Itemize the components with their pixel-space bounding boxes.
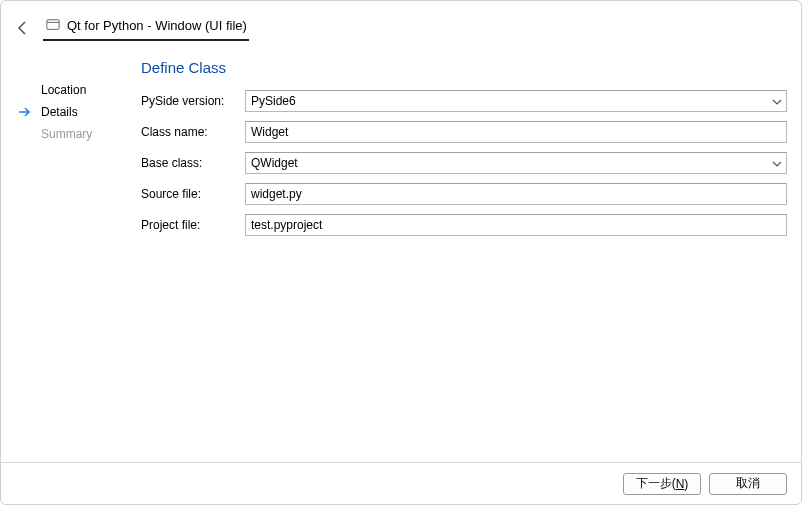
current-step-arrow-icon xyxy=(17,104,33,120)
wizard-sidebar: Location Details Summary xyxy=(41,59,121,462)
window-title: Qt for Python - Window (UI file) xyxy=(67,18,247,33)
pyside-version-value: PySide6 xyxy=(251,94,296,108)
header: Qt for Python - Window (UI file) xyxy=(1,1,801,41)
app-icon xyxy=(45,17,61,33)
source-file-input[interactable]: widget.py xyxy=(245,183,787,205)
sidebar-item-summary: Summary xyxy=(41,123,121,145)
sidebar-item-label: Details xyxy=(41,105,78,119)
next-button-prefix: 下一步( xyxy=(636,475,676,492)
cancel-button[interactable]: 取消 xyxy=(709,473,787,495)
svg-rect-0 xyxy=(47,20,59,30)
project-file-value: test.pyproject xyxy=(251,218,322,232)
next-button[interactable]: 下一步(N) xyxy=(623,473,701,495)
footer: 下一步(N) 取消 xyxy=(1,462,801,504)
source-file-value: widget.py xyxy=(251,187,302,201)
base-class-select[interactable]: QWidget xyxy=(245,152,787,174)
next-button-mnemonic: N xyxy=(676,477,685,491)
sidebar-item-details[interactable]: Details xyxy=(41,101,121,123)
form: PySide version: PySide6 Class name: Widg… xyxy=(141,90,787,236)
body: Location Details Summary Define Class Py… xyxy=(1,41,801,462)
project-file-input[interactable]: test.pyproject xyxy=(245,214,787,236)
next-button-suffix: ) xyxy=(684,477,688,491)
pyside-version-select[interactable]: PySide6 xyxy=(245,90,787,112)
class-name-input[interactable]: Widget xyxy=(245,121,787,143)
back-arrow-icon[interactable] xyxy=(15,20,31,36)
label-source-file: Source file: xyxy=(141,187,241,201)
section-title: Define Class xyxy=(141,59,787,76)
chevron-down-icon xyxy=(772,96,782,106)
label-class-name: Class name: xyxy=(141,125,241,139)
cancel-button-label: 取消 xyxy=(736,475,760,492)
base-class-value: QWidget xyxy=(251,156,298,170)
sidebar-item-label: Summary xyxy=(41,127,92,141)
sidebar-item-location[interactable]: Location xyxy=(41,79,121,101)
chevron-down-icon xyxy=(772,158,782,168)
label-base-class: Base class: xyxy=(141,156,241,170)
class-name-value: Widget xyxy=(251,125,288,139)
sidebar-item-label: Location xyxy=(41,83,86,97)
label-project-file: Project file: xyxy=(141,218,241,232)
label-pyside-version: PySide version: xyxy=(141,94,241,108)
title-tab: Qt for Python - Window (UI file) xyxy=(43,15,249,41)
wizard-window: Qt for Python - Window (UI file) Locatio… xyxy=(0,0,802,505)
main-panel: Define Class PySide version: PySide6 Cla… xyxy=(141,59,787,462)
